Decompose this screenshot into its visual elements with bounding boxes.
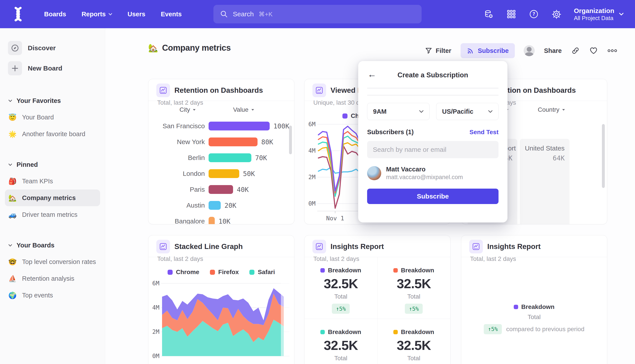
value-bar[interactable] — [209, 138, 258, 146]
create-subscription-modal: ← Create a Subscription 9AM US/Pacific S… — [358, 61, 507, 222]
subscriber-row[interactable]: Matt Vaccaro matt.vaccaro@mixpanel.com — [367, 166, 498, 181]
nav-item-reports[interactable]: Reports — [82, 10, 112, 18]
org-project: All Project Data — [574, 15, 614, 22]
series-color-dot — [320, 268, 325, 272]
board-emoji: 🏡 — [9, 194, 18, 202]
mixpanel-logo[interactable] — [12, 6, 24, 22]
section-header[interactable]: Your Favorites — [5, 92, 100, 109]
report-chart-icon — [312, 84, 326, 97]
svg-text:0M: 0M — [308, 200, 316, 207]
breakdown-metric-1[interactable]: Breakdown32.5KTotal↑5% — [304, 257, 377, 319]
filter-button[interactable]: Filter — [425, 47, 451, 54]
sidebar-item-discover[interactable]: Discover — [5, 38, 100, 58]
metric-value: 32.5K — [397, 276, 431, 291]
nav-item-boards[interactable]: Boards — [44, 10, 66, 18]
plus-icon — [8, 61, 22, 75]
metric-sub: Total — [334, 355, 347, 362]
sidebar-item-retention-analysis[interactable]: ⛵Retention analysis — [5, 270, 100, 287]
subscriber-search-input[interactable]: Search by name or email — [367, 141, 498, 158]
search-input[interactable]: Search ⌘+K — [213, 5, 422, 23]
sidebar-item-label: Discover — [28, 44, 56, 52]
subscribe-confirm-button[interactable]: Subscribe — [367, 188, 498, 204]
section-header[interactable]: Your Boards — [5, 237, 100, 254]
sidebar-item-new-board[interactable]: New Board — [5, 58, 100, 78]
breakdown-metric-3[interactable]: Breakdown32.5KTotal↑5% — [304, 319, 377, 364]
chevron-down-icon — [419, 110, 424, 113]
sidebar-item-another-favorite-board[interactable]: 🌟Another favorite board — [5, 126, 100, 142]
column-header-value[interactable]: Value — [233, 106, 254, 113]
search-icon — [220, 10, 228, 18]
breakdown-label: Breakdown — [514, 304, 554, 310]
metric-value: 32.5K — [324, 276, 358, 291]
user-avatar[interactable] — [524, 45, 535, 56]
delta-badge: ↑5% — [332, 304, 350, 314]
value-bar[interactable] — [209, 153, 251, 162]
nav-item-users[interactable]: Users — [128, 10, 146, 18]
value-bar[interactable] — [209, 217, 215, 224]
copy-link-icon[interactable] — [571, 46, 580, 55]
table-row-new-york: New York80K — [148, 134, 294, 150]
sidebar-item-top-events[interactable]: 🌍Top events — [5, 287, 100, 304]
value-bar[interactable] — [209, 185, 233, 194]
settings-gear-icon[interactable] — [551, 9, 561, 19]
card-stacked-line-graph: Stacked Line Graph Total, last 2 days Ch… — [148, 235, 294, 364]
report-chart-icon — [469, 240, 483, 254]
series-color-dot — [393, 330, 398, 334]
favorite-heart-icon[interactable] — [589, 46, 598, 55]
breakdown-metric-4[interactable]: Breakdown32.5KTotal↑5% — [377, 319, 450, 364]
send-test-link[interactable]: Send Test — [469, 129, 498, 136]
back-arrow-icon[interactable]: ← — [368, 70, 376, 79]
value-bar[interactable] — [209, 122, 270, 130]
search-shortcut: ⌘+K — [259, 10, 273, 18]
card-title: Insights Report — [487, 242, 541, 251]
metric-sub: Total — [407, 293, 420, 300]
subscribe-button[interactable]: Subscribe — [461, 43, 515, 58]
sidebar-item-team-kpis[interactable]: 🎒Team KPIs — [5, 173, 100, 190]
time-select[interactable]: 9AM — [367, 103, 429, 120]
svg-text:2M: 2M — [152, 328, 159, 335]
sidebar-item-company-metrics[interactable]: 🏡Company metrics — [5, 190, 100, 206]
column-header-city[interactable]: City — [180, 106, 196, 113]
delta-badge: ↑5% — [484, 324, 502, 334]
section-header[interactable]: Pinned — [5, 156, 100, 173]
help-icon[interactable]: ? — [529, 9, 539, 19]
breakdown-metric-2[interactable]: Breakdown32.5KTotal↑5% — [377, 257, 450, 319]
board-emoji: 🌟 — [9, 130, 18, 138]
svg-text:4M: 4M — [152, 304, 159, 311]
sidebar-item-driver-team-metrics[interactable]: 🚙Driver team metrics — [5, 206, 100, 223]
matrix-cell-country[interactable]: United States 64K — [520, 139, 569, 224]
more-options-icon[interactable] — [607, 46, 616, 55]
value-bar[interactable] — [209, 201, 221, 210]
report-chart-icon — [156, 240, 170, 254]
subscribers-label: Subscribers (1) — [367, 128, 414, 136]
report-chart-icon — [156, 84, 170, 97]
column-header-country[interactable]: Country — [538, 106, 565, 113]
compass-icon — [8, 41, 22, 55]
card-title: Retention on Dashboards — [174, 86, 263, 94]
nav-item-events[interactable]: Events — [161, 10, 182, 18]
svg-text:4M: 4M — [308, 147, 316, 154]
timezone-select[interactable]: US/Pacific — [436, 103, 498, 120]
channel-tabs — [367, 88, 498, 88]
table-row-austin: Austin20K — [148, 198, 294, 213]
scrollbar-thumb[interactable] — [289, 126, 292, 154]
sort-caret-icon — [562, 109, 565, 111]
card-retention-dashboards: Retention on Dashboards Total, last 2 da… — [148, 79, 294, 224]
sidebar-item-your-board[interactable]: 😇Your Board — [5, 109, 100, 126]
sidebar-item-top-level-conversion-rates[interactable]: 🤓Top level conversion rates — [5, 254, 100, 270]
org-switcher[interactable]: Organization All Project Data — [574, 6, 623, 22]
board-toolbar: Filter Subscribe Share — [425, 43, 616, 58]
stacked-area-chart[interactable]: 6M4M2M0M — [148, 257, 294, 364]
value-bar[interactable] — [209, 169, 239, 178]
svg-text:6M: 6M — [152, 280, 159, 287]
sidebar-section-your-boards: Your Boards🤓Top level conversion rates⛵R… — [5, 237, 100, 304]
board-emoji: 🤓 — [9, 258, 18, 266]
page-title: 🏡 Company metrics — [148, 43, 231, 53]
data-management-icon[interactable] — [484, 9, 494, 19]
filter-icon — [425, 47, 432, 54]
metric-sub: Total — [334, 293, 347, 300]
metric-value: 32.5K — [397, 338, 431, 353]
share-button[interactable]: Share — [544, 47, 562, 54]
apps-grid-icon[interactable] — [506, 9, 516, 19]
scrollbar-thumb[interactable] — [602, 124, 605, 188]
